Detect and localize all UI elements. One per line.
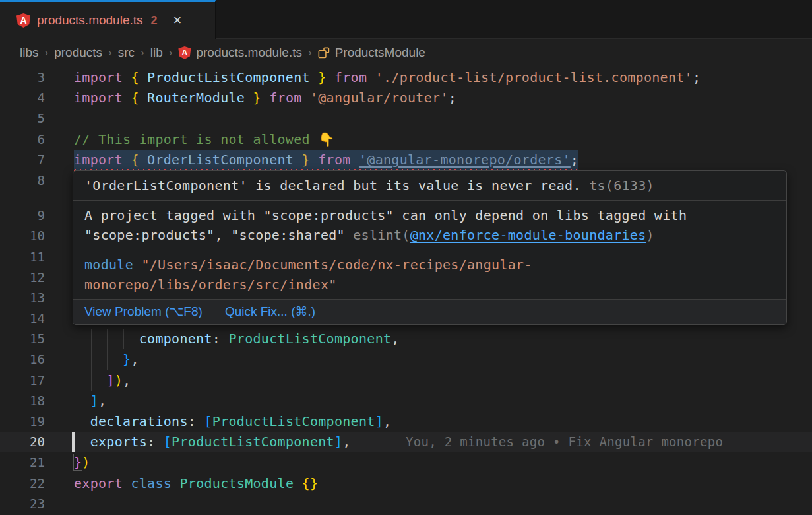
code-line-15[interactable]: 15 component: ProductListComponent, xyxy=(0,329,812,349)
code-line-4[interactable]: 4import { RouterModule } from '@angular/… xyxy=(0,88,812,108)
breadcrumb-item-products-module-ts[interactable]: Aproducts.module.ts xyxy=(178,46,302,60)
line-number[interactable]: 17 xyxy=(0,370,45,391)
breadcrumb-label: products xyxy=(54,46,102,60)
code-token: { xyxy=(131,90,139,106)
code-text: import { OrderListComponent } from '@ang… xyxy=(74,150,578,170)
code-line-7[interactable]: 7import { OrderListComponent } from '@an… xyxy=(0,150,812,170)
line-number[interactable]: 9 xyxy=(0,205,45,226)
code-token xyxy=(74,351,123,367)
breadcrumb-item-productsmodule[interactable]: ProductsModule xyxy=(318,46,425,60)
line-number[interactable]: 21 xyxy=(0,452,45,473)
code-token: [ xyxy=(164,434,172,450)
hover-message-line: "scope:products", "scope:shared" eslint(… xyxy=(84,225,775,245)
code-line-16[interactable]: 16 }, xyxy=(0,349,812,370)
line-number[interactable]: 8 xyxy=(0,170,45,191)
tab-problem-count: 2 xyxy=(151,14,158,28)
code-token: exports xyxy=(90,434,147,450)
code-line-6[interactable]: 6// This import is not allowed 👇 xyxy=(0,129,812,150)
code-token: ProductListComponent xyxy=(172,434,334,450)
line-number[interactable]: 16 xyxy=(0,349,45,370)
code-line-23[interactable]: 23 xyxy=(0,494,812,514)
tab-products-module[interactable]: A products.module.ts 2 × xyxy=(0,0,216,39)
code-token xyxy=(74,393,90,409)
code-token xyxy=(172,475,179,491)
line-number[interactable]: 3 xyxy=(0,67,45,88)
hover-rule-link[interactable]: @nx/enforce-module-boundaries xyxy=(410,227,646,243)
code-text: }) xyxy=(74,452,90,473)
breadcrumb-item-libs[interactable]: libs xyxy=(20,46,39,60)
line-number[interactable]: 22 xyxy=(0,473,45,494)
code-token: ] xyxy=(375,413,383,429)
code-line-21[interactable]: 21}) xyxy=(0,452,812,473)
code-text: ]), xyxy=(74,370,131,391)
line-number[interactable]: 15 xyxy=(0,329,45,349)
code-token: '@angular-monorepo/orders' xyxy=(359,152,571,168)
code-text: import { ProductListComponent } from './… xyxy=(74,67,701,88)
code-token: import xyxy=(74,152,123,168)
angular-file-icon: A xyxy=(178,46,191,59)
git-blame-annotation: You, 2 minutes ago • Fix Angular monorep… xyxy=(406,432,723,452)
code-token: declarations xyxy=(90,413,188,429)
line-number[interactable]: 13 xyxy=(0,288,45,308)
breadcrumb-label: src xyxy=(118,46,135,60)
code-token xyxy=(123,69,131,85)
breadcrumb-label: libs xyxy=(20,46,39,60)
code-line-3[interactable]: 3import { ProductListComponent } from '.… xyxy=(0,67,812,88)
breadcrumb-label: products.module.ts xyxy=(196,46,302,60)
line-number[interactable]: 14 xyxy=(0,308,45,329)
code-line-22[interactable]: 22export class ProductsModule {} xyxy=(0,473,812,494)
breadcrumb-item-lib[interactable]: lib xyxy=(150,46,163,60)
chevron-right-icon: › xyxy=(102,46,118,59)
hover-message-2: A project tagged with "scope:products" c… xyxy=(73,200,786,250)
code-token: , xyxy=(98,393,106,409)
code-token: ] xyxy=(334,434,342,450)
code-token: import xyxy=(74,90,123,106)
code-line-19[interactable]: 19 declarations: [ProductListComponent], xyxy=(0,411,812,432)
code-token xyxy=(351,152,359,168)
code-token: import xyxy=(74,69,123,85)
code-token: 👇 xyxy=(318,131,334,147)
angular-file-icon: A xyxy=(16,13,30,28)
code-token: OrderListComponent xyxy=(139,152,302,168)
line-number[interactable]: 6 xyxy=(0,129,45,150)
code-token xyxy=(74,434,90,450)
line-number[interactable]: 4 xyxy=(0,88,45,108)
code-line-20[interactable]: 20 exports: [ProductListComponent],You, … xyxy=(0,432,812,452)
line-number[interactable]: 5 xyxy=(0,108,45,129)
close-icon[interactable]: × xyxy=(173,13,182,28)
hover-action-view[interactable]: View Problem (⌥F8) xyxy=(84,304,203,319)
code-token: "/Users/isaac/Documents/code/nx-recipes/… xyxy=(141,257,532,273)
code-text: import { RouterModule } from '@angular/r… xyxy=(74,88,456,108)
code-token xyxy=(74,331,139,347)
line-number[interactable]: 18 xyxy=(0,391,45,411)
code-token: } xyxy=(123,351,131,367)
line-number[interactable]: 23 xyxy=(0,494,45,514)
code-text: }, xyxy=(74,349,139,370)
line-number[interactable]: 10 xyxy=(0,226,45,246)
code-token: '@angular/router' xyxy=(310,90,449,106)
code-token xyxy=(123,475,131,491)
code-token: } xyxy=(318,69,326,85)
code-token: from xyxy=(334,69,367,85)
code-line-5[interactable]: 5 xyxy=(0,108,812,129)
hover-action-quick[interactable]: Quick Fix... (⌘.) xyxy=(225,304,315,319)
chevron-right-icon: › xyxy=(39,46,55,59)
line-number[interactable]: 12 xyxy=(0,267,45,288)
line-number[interactable]: 19 xyxy=(0,411,45,432)
line-number[interactable]: 11 xyxy=(0,247,45,267)
code-token: class xyxy=(131,475,172,491)
code-token: { xyxy=(131,152,139,168)
line-number[interactable]: 20 xyxy=(0,432,45,452)
breadcrumb-item-products[interactable]: products xyxy=(54,46,102,60)
code-token: [ xyxy=(204,413,212,429)
code-token: ] xyxy=(106,372,114,388)
code-text: exports: [ProductListComponent], xyxy=(74,432,351,452)
code-line-17[interactable]: 17 ]), xyxy=(0,370,812,391)
code-line-18[interactable]: 18 ], xyxy=(0,391,812,411)
line-number[interactable]: 7 xyxy=(0,150,45,170)
code-token: RouterModule xyxy=(139,90,253,106)
code-token: , xyxy=(391,331,399,347)
breadcrumb-label: ProductsModule xyxy=(335,46,425,60)
breadcrumb-item-src[interactable]: src xyxy=(118,46,135,60)
code-token: from xyxy=(269,90,301,106)
